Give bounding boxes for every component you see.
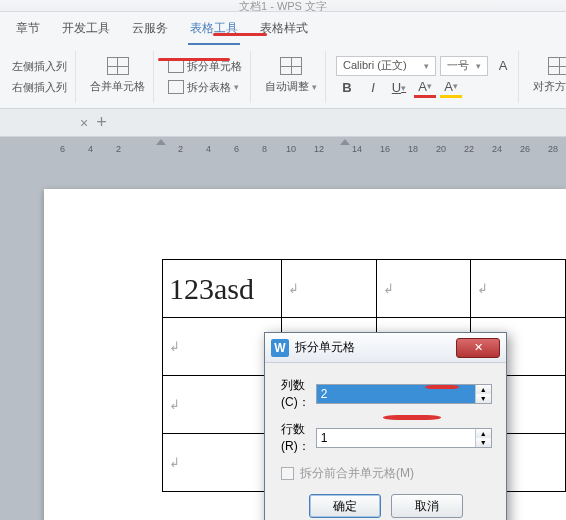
annotation-red-4 xyxy=(383,415,441,420)
columns-spinner[interactable]: ▲▼ xyxy=(316,384,492,404)
close-tab-button[interactable]: × xyxy=(80,115,88,131)
indent-marker-2[interactable] xyxy=(340,139,350,145)
ribbon: 左侧插入列 右侧插入列 合并单元格 拆分单元格 拆分表格▾ 自动调整▾ Cali… xyxy=(0,45,566,109)
indent-marker[interactable] xyxy=(156,139,166,145)
bold-button[interactable]: B xyxy=(336,78,358,98)
annotation-red-underline-2 xyxy=(158,58,230,61)
ribbon-tabs: 章节 开发工具 云服务 表格工具 表格样式 xyxy=(0,12,566,45)
insert-col-left-button[interactable]: 左侧插入列 xyxy=(8,57,71,76)
split-cell-dialog: W 拆分单元格 ✕ 列数(C)： ▲▼ 行数(R)： ▲▼ 拆分前合并单元格(M… xyxy=(264,332,507,520)
italic-button[interactable]: I xyxy=(362,78,384,98)
spin-down[interactable]: ▼ xyxy=(476,438,491,447)
split-table-button[interactable]: 拆分表格▾ xyxy=(164,78,243,97)
merge-before-checkbox xyxy=(281,467,294,480)
horizontal-ruler[interactable]: 6 4 2 2 4 6 8 10 12 14 16 18 20 22 24 26… xyxy=(0,137,566,157)
spin-up[interactable]: ▲ xyxy=(476,429,491,438)
add-tab-button[interactable]: + xyxy=(96,112,107,133)
font-color-button[interactable]: A▾ xyxy=(414,78,436,98)
columns-label: 列数(C)： xyxy=(281,377,310,411)
document-tab-bar: × + xyxy=(0,109,566,137)
dialog-titlebar[interactable]: W 拆分单元格 ✕ xyxy=(265,333,506,363)
auto-adjust-button[interactable]: 自动调整▾ xyxy=(261,77,321,96)
cell-content[interactable]: 123asd xyxy=(169,272,254,305)
merge-cells-button[interactable]: 合并单元格 xyxy=(86,77,149,96)
insert-col-right-button[interactable]: 右侧插入列 xyxy=(8,78,71,97)
font-name-select[interactable]: Calibri (正文)▾ xyxy=(336,56,436,76)
font-size-select[interactable]: 一号▾ xyxy=(440,56,488,76)
auto-adjust-icon xyxy=(280,57,302,75)
dialog-close-button[interactable]: ✕ xyxy=(456,338,500,358)
spin-up[interactable]: ▲ xyxy=(476,385,491,394)
tab-cloud[interactable]: 云服务 xyxy=(130,16,170,45)
split-cell-icon xyxy=(168,59,184,73)
rows-label: 行数(R)： xyxy=(281,421,310,455)
dialog-title-text: 拆分单元格 xyxy=(295,339,355,356)
cancel-button[interactable]: 取消 xyxy=(391,494,463,518)
spin-down[interactable]: ▼ xyxy=(476,394,491,403)
font-grow-button[interactable]: A xyxy=(492,56,514,76)
rows-input[interactable] xyxy=(317,429,475,447)
annotation-red-3 xyxy=(425,385,459,389)
merge-before-label: 拆分前合并单元格(M) xyxy=(300,465,414,482)
ok-button[interactable]: 确定 xyxy=(309,494,381,518)
merge-icon xyxy=(107,57,129,75)
rows-spinner[interactable]: ▲▼ xyxy=(316,428,492,448)
annotation-red-underline-1 xyxy=(213,33,267,36)
align-icon xyxy=(548,57,566,75)
split-table-icon xyxy=(168,80,184,94)
underline-button[interactable]: U▾ xyxy=(388,78,410,98)
table-row: 123asd ↲ ↲ ↲ xyxy=(163,260,566,318)
highlight-button[interactable]: A▾ xyxy=(440,78,462,98)
align-button[interactable]: 对齐方式▾ xyxy=(529,77,566,96)
tab-section[interactable]: 章节 xyxy=(14,16,42,45)
title-bar: 文档1 - WPS 文字 xyxy=(0,0,566,12)
tab-table-tools[interactable]: 表格工具 xyxy=(188,16,240,45)
wps-icon: W xyxy=(271,339,289,357)
tab-devtools[interactable]: 开发工具 xyxy=(60,16,112,45)
tab-table-style[interactable]: 表格样式 xyxy=(258,16,310,45)
ruler-area: 6 4 2 2 4 6 8 10 12 14 16 18 20 22 24 26… xyxy=(0,137,566,157)
